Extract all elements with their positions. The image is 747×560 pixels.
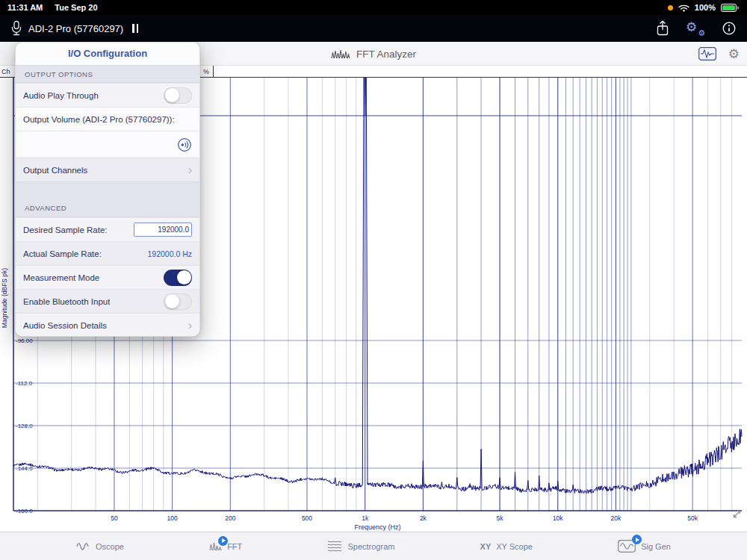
status-left: 11:31 AM Tue Sep 20 bbox=[7, 3, 98, 12]
status-right: 100% bbox=[668, 3, 740, 12]
audio-play-through-toggle[interactable] bbox=[164, 87, 192, 104]
tab-xy-scope[interactable]: XY XY Scope bbox=[480, 542, 533, 551]
x-tick-label: 50k bbox=[687, 514, 698, 522]
strip-fragment-right: % bbox=[203, 68, 209, 75]
x-tick-label: 20k bbox=[611, 514, 622, 522]
mic-active-indicator-dot bbox=[668, 5, 673, 10]
row-label: Desired Sample Rate: bbox=[23, 225, 108, 234]
strip-fragment-left: Ch bbox=[1, 68, 10, 75]
fft-icon bbox=[209, 541, 222, 552]
tab-spectrogram[interactable]: Spectrogram bbox=[327, 540, 394, 553]
strip-divider bbox=[213, 66, 214, 77]
chevron-right-icon: › bbox=[188, 320, 192, 332]
advanced-header: ADVANCED bbox=[16, 181, 199, 217]
output-channels-row[interactable]: Output Channels › bbox=[16, 158, 199, 181]
y-axis-title: Magnitude (dBFS pk) bbox=[1, 268, 8, 328]
gear-small-glyph: ⚙ bbox=[698, 29, 705, 37]
spectrogram-icon bbox=[327, 540, 342, 553]
tab-oscope[interactable]: Oscope bbox=[76, 541, 124, 553]
row-label: Enable Bluetooth Input bbox=[23, 297, 110, 306]
x-tick-label: 100 bbox=[167, 514, 178, 522]
toggle-knob bbox=[165, 294, 179, 308]
tab-label: Oscope bbox=[96, 542, 124, 551]
output-volume-row: Output Volume (ADI-2 Pro (57760297)): bbox=[16, 107, 199, 131]
wifi-icon bbox=[678, 4, 689, 12]
measurement-mode-row: Measurement Mode bbox=[16, 265, 199, 289]
analyzer-toolbar-actions: ⚙ bbox=[698, 42, 740, 66]
fft-analyzer-icon bbox=[331, 49, 350, 59]
tab-label: Sig Gen bbox=[641, 542, 671, 551]
row-label: Audio Play Through bbox=[23, 91, 99, 100]
io-configuration-popover: I/O Configuration OUTPUT OPTIONS Audio P… bbox=[15, 42, 200, 337]
tab-label: Spectrogram bbox=[347, 542, 394, 551]
desired-sample-rate-row: Desired Sample Rate: bbox=[16, 217, 199, 241]
analyzer-title: FFT Analyzer bbox=[356, 49, 416, 60]
y-tick-label: -112.0 bbox=[16, 380, 33, 387]
bottom-tab-bar: Oscope FFT Spectrogram X bbox=[0, 532, 747, 560]
analyzer-settings-gear-icon[interactable]: ⚙ bbox=[728, 48, 740, 60]
tab-label: FFT bbox=[227, 542, 242, 551]
app-toolbar: ADI-2 Pro (57760297) ⚙⚙ bbox=[0, 15, 747, 42]
signal-generator-icon bbox=[618, 540, 636, 553]
row-label: Actual Sample Rate: bbox=[23, 249, 102, 258]
x-tick-label: 50 bbox=[111, 514, 118, 522]
enable-bluetooth-input-row: Enable Bluetooth Input bbox=[16, 289, 199, 313]
y-tick-label: -144.0 bbox=[16, 465, 33, 472]
battery-icon bbox=[721, 4, 740, 12]
oscilloscope-icon bbox=[76, 541, 90, 553]
y-tick-label: -128.0 bbox=[16, 423, 33, 429]
x-tick-label: 2k bbox=[420, 514, 427, 522]
tab-label: XY Scope bbox=[496, 542, 533, 551]
x-axis-title: Frequency (Hz) bbox=[354, 523, 400, 531]
y-tick-label: -160.0 bbox=[16, 508, 33, 514]
chevron-right-icon: › bbox=[188, 164, 192, 176]
actual-sample-rate-value: 192000.0 Hz bbox=[147, 249, 192, 258]
toggle-knob bbox=[177, 270, 191, 284]
audio-play-through-row: Audio Play Through bbox=[16, 83, 199, 107]
play-triangle-icon bbox=[636, 538, 639, 542]
measurement-mode-toggle[interactable] bbox=[164, 270, 192, 286]
share-icon[interactable] bbox=[656, 20, 669, 37]
settings-gears-icon[interactable]: ⚙⚙ bbox=[686, 21, 705, 36]
row-label: Audio Session Details bbox=[23, 321, 107, 330]
popover-title: I/O Configuration bbox=[16, 43, 199, 65]
audio-session-details-row[interactable]: Audio Session Details › bbox=[16, 313, 199, 337]
fullscreen-expand-icon[interactable] bbox=[731, 508, 743, 520]
status-bar: 11:31 AM Tue Sep 20 100% bbox=[0, 0, 747, 15]
xy-scope-icon: XY bbox=[480, 542, 492, 551]
running-play-badge bbox=[218, 536, 228, 546]
x-tick-label: 5k bbox=[497, 514, 504, 522]
y-tick-label: -96.00 bbox=[16, 337, 33, 344]
row-label: Measurement Mode bbox=[23, 273, 99, 282]
play-triangle-icon bbox=[222, 538, 226, 543]
screen: 11:31 AM Tue Sep 20 100% ADI-2 P bbox=[0, 0, 747, 560]
output-options-header: OUTPUT OPTIONS bbox=[16, 65, 199, 83]
device-title: ADI-2 Pro (57760297) bbox=[28, 23, 123, 34]
x-tick-label: 10k bbox=[553, 514, 563, 522]
tab-sig-gen[interactable]: Sig Gen bbox=[618, 540, 671, 553]
x-tick-label: 1k bbox=[362, 514, 369, 522]
toggle-knob bbox=[165, 88, 179, 102]
row-label: Output Channels bbox=[23, 166, 87, 175]
desired-sample-rate-input[interactable] bbox=[134, 223, 192, 237]
output-volume-slider-row[interactable] bbox=[16, 131, 199, 158]
actual-sample-rate-row: Actual Sample Rate: 192000.0 Hz bbox=[16, 241, 199, 265]
row-label: Output Volume (ADI-2 Pro (57760297)): bbox=[23, 115, 175, 124]
enable-bluetooth-input-toggle[interactable] bbox=[164, 293, 192, 310]
status-time: 11:31 AM bbox=[7, 3, 43, 12]
x-tick-label: 500 bbox=[302, 514, 312, 522]
audio-route-icon[interactable] bbox=[177, 137, 192, 152]
info-icon[interactable] bbox=[722, 21, 737, 36]
toolbar-actions: ⚙⚙ bbox=[656, 20, 737, 37]
microphone-icon[interactable] bbox=[10, 20, 22, 37]
x-tick-label: 200 bbox=[225, 514, 235, 522]
gear-large-glyph: ⚙ bbox=[686, 21, 697, 34]
battery-percent: 100% bbox=[695, 3, 716, 12]
waveform-overlay-button[interactable] bbox=[698, 47, 716, 60]
pause-button[interactable] bbox=[132, 24, 138, 33]
tab-fft[interactable]: FFT bbox=[209, 541, 242, 552]
status-date: Tue Sep 20 bbox=[55, 3, 97, 12]
